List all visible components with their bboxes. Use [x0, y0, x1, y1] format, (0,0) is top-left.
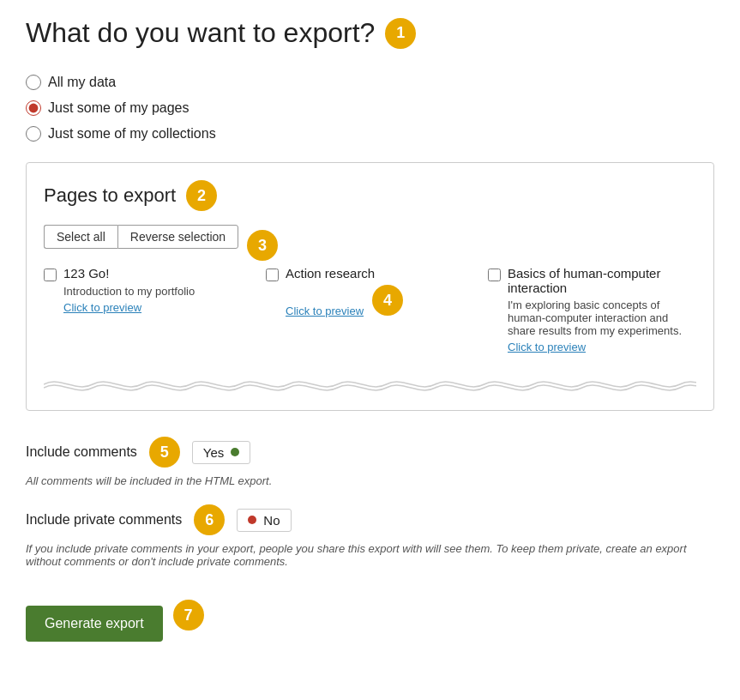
page-title: What do you want to export?	[26, 17, 375, 49]
page-item-2-title: Action research	[286, 266, 375, 281]
radio-all-data-input[interactable]	[26, 75, 41, 90]
pages-box-title: Pages to export	[44, 184, 176, 207]
page-item-3-preview[interactable]: Click to preview	[488, 341, 696, 353]
include-comments-value: Yes	[203, 445, 224, 460]
radio-some-pages-input[interactable]	[26, 100, 41, 116]
page-item-2: Action research Click to preview 4	[266, 266, 474, 353]
page-item-3-title: Basics of human-computer interaction	[508, 266, 696, 295]
include-private-comments-label: Include private comments	[26, 512, 182, 528]
page-item-3-checkbox[interactable]	[488, 269, 501, 281]
page-item-1: 123 Go! Introduction to my portfolio Cli…	[44, 266, 252, 353]
generate-export-button[interactable]: Generate export	[26, 606, 163, 642]
select-all-button[interactable]: Select all	[44, 225, 117, 249]
step-badge-2: 2	[186, 180, 217, 211]
include-comments-toggle[interactable]: Yes	[192, 441, 250, 464]
page-selection-buttons: Select all Reverse selection	[44, 225, 238, 249]
wave-separator	[44, 376, 696, 393]
radio-some-collections-label: Just some of my collections	[48, 126, 216, 142]
page-item-1-desc: Introduction to my portfolio	[44, 285, 252, 298]
page-item-3-title-row: Basics of human-computer interaction	[488, 266, 696, 295]
step-badge-5: 5	[149, 437, 180, 468]
page-item-3-desc: I'm exploring basic concepts of human-co…	[488, 299, 696, 337]
pages-box-header: Pages to export 2	[44, 180, 696, 211]
export-type-radio-group: All my data Just some of my pages Just s…	[26, 75, 714, 142]
page-item-2-preview[interactable]: Click to preview	[286, 305, 364, 317]
page-item-1-title: 123 Go!	[63, 266, 109, 281]
include-private-comments-dot	[248, 516, 256, 524]
step-badge-4: 4	[372, 285, 403, 316]
page-item-2-title-row: Action research	[266, 266, 474, 281]
page-header: What do you want to export? 1	[26, 17, 714, 49]
page-item-1-checkbox[interactable]	[44, 269, 57, 281]
pages-to-export-box: Pages to export 2 Select all Reverse sel…	[26, 162, 714, 411]
radio-some-pages-label: Just some of my pages	[48, 100, 190, 116]
page-item-2-checkbox[interactable]	[266, 269, 279, 281]
include-comments-row: Include comments 5 Yes	[26, 437, 714, 468]
step-badge-1: 1	[385, 18, 416, 49]
page-item-1-preview[interactable]: Click to preview	[44, 301, 252, 314]
page-item-3: Basics of human-computer interaction I'm…	[488, 266, 696, 353]
reverse-selection-button[interactable]: Reverse selection	[117, 225, 238, 249]
radio-some-collections[interactable]: Just some of my collections	[26, 126, 714, 142]
include-comments-hint: All comments will be included in the HTM…	[26, 474, 714, 487]
radio-some-collections-input[interactable]	[26, 126, 41, 142]
page-item-1-title-row: 123 Go!	[44, 266, 252, 281]
button-group-wrapper: Select all Reverse selection 3	[44, 225, 696, 266]
include-private-comments-value: No	[263, 513, 280, 528]
generate-row: Generate export 7	[26, 588, 714, 642]
step-badge-6: 6	[194, 504, 225, 535]
step-badge-7: 7	[173, 600, 204, 631]
radio-some-pages[interactable]: Just some of my pages	[26, 100, 714, 116]
radio-all-data-label: All my data	[48, 75, 116, 90]
include-private-comments-hint: If you include private comments in your …	[26, 542, 714, 568]
include-comments-label: Include comments	[26, 444, 137, 460]
radio-all-data[interactable]: All my data	[26, 75, 714, 90]
include-private-comments-row: Include private comments 6 No	[26, 504, 714, 535]
pages-grid: 123 Go! Introduction to my portfolio Cli…	[44, 266, 696, 367]
include-private-comments-toggle[interactable]: No	[237, 509, 291, 532]
step-badge-3: 3	[247, 230, 278, 261]
include-comments-dot	[231, 448, 239, 456]
